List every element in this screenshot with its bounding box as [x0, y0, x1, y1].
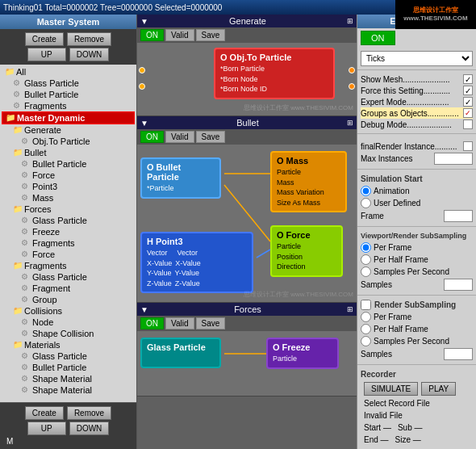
bullet-collapse-icon[interactable]: ▼ — [140, 119, 148, 128]
forces-on-button[interactable]: ON — [140, 317, 164, 329]
tree-item-bullet-particle-2[interactable]: ⚙ Bullet Particle — [2, 158, 135, 170]
up-button-bottom[interactable]: UP — [27, 422, 66, 435]
invalid-file-row: Invalid File — [361, 409, 473, 422]
samples-input-1[interactable]: 60 — [444, 279, 473, 291]
node-bullet-particle[interactable]: O Bullet Particle *Particle — [140, 157, 221, 199]
create-button-bottom[interactable]: Create — [25, 406, 64, 420]
bullet-toolbar: ON Valid Save — [137, 129, 357, 145]
ticks-select[interactable]: Ticks Frames Seconds — [361, 51, 473, 66]
forces-collapse-icon[interactable]: ▼ — [140, 305, 148, 314]
on-button-right[interactable]: ON — [361, 31, 395, 45]
tree-item-fragment[interactable]: ⚙ Fragment — [2, 283, 135, 294]
tree-item-shape-collision[interactable]: ⚙ Shape Collision — [2, 328, 135, 339]
tree-item-obj-to-particle[interactable]: ⚙ Obj.To Particle — [2, 136, 135, 147]
render-subsampling-check[interactable] — [361, 300, 371, 310]
anim-radio[interactable] — [361, 186, 371, 196]
per-half-frame-label-2: Per Half Frame — [374, 325, 428, 334]
tree-item-group[interactable]: ⚙ Group — [2, 294, 135, 305]
node-point3[interactable]: H Point3 VectorVector X-ValueX-Value Y-V… — [140, 232, 253, 293]
tree-item-glass-particle-2[interactable]: ⚙ Glass Particle — [2, 215, 135, 226]
user-defined-radio[interactable] — [361, 198, 371, 208]
tree-item-force-2[interactable]: ⚙ Force — [2, 249, 135, 260]
tree-item-bullet-particle-1[interactable]: ⚙ Bullet Particle — [2, 89, 135, 100]
play-button[interactable]: PLAY — [421, 382, 456, 396]
bullet-valid-button[interactable]: Valid — [165, 131, 194, 143]
gear-icon-gp2: ⚙ — [21, 216, 31, 225]
bullet-save-button[interactable]: Save — [196, 131, 226, 143]
tree-area[interactable]: 📁 All ⚙ Glass Particle ⚙ Bullet Particle… — [0, 65, 136, 402]
generate-valid-button[interactable]: Valid — [165, 29, 194, 41]
tree-item-bullet-particle-3[interactable]: ⚙ Bullet Particle — [2, 362, 135, 373]
samples-input-2[interactable]: 60 — [444, 348, 473, 360]
tree-item-generate[interactable]: 📁 Generate — [2, 124, 135, 136]
tree-item-glass-particle-4[interactable]: ⚙ Glass Particle — [2, 350, 135, 362]
tree-item-force-1[interactable]: ⚙ Force — [2, 170, 135, 181]
forces-valid-button[interactable]: Valid — [165, 317, 194, 329]
tree-item-fragments-1[interactable]: ⚙ Fragments — [2, 100, 135, 111]
generate-on-button[interactable]: ON — [140, 29, 164, 41]
samples-per-sec-radio-2[interactable] — [361, 336, 371, 346]
folder-icon-frc: 📁 — [13, 204, 23, 214]
generate-save-button[interactable]: Save — [196, 29, 226, 41]
node-obj-to-particle[interactable]: O Obj.To Particle *Born Particle*Born No… — [214, 48, 335, 99]
tree-item-shape-material-1[interactable]: ⚙ Shape Material — [2, 373, 135, 384]
create-button-top[interactable]: Create — [25, 32, 64, 46]
anim-radio-row: Animation — [361, 185, 473, 197]
samples-label-2: Samples — [361, 350, 444, 359]
simulate-button[interactable]: SIMULATE — [364, 382, 418, 396]
remove-button-top[interactable]: Remove — [67, 32, 111, 46]
tree-item-glass-particle-1[interactable]: ⚙ Glass Particle — [2, 78, 135, 89]
per-half-frame-row-2: Per Half Frame — [361, 323, 473, 335]
invalid-file-label: Invalid File — [364, 411, 403, 420]
down-button-top[interactable]: DOWN — [69, 48, 110, 61]
final-render-check[interactable] — [463, 141, 473, 151]
node-mass[interactable]: O Mass ParticleMassMass VariationSize As… — [270, 151, 347, 212]
tree-item-forces[interactable]: 📁 Forces — [2, 204, 135, 215]
tree-item-fragments-grp[interactable]: 📁 Fragments — [2, 260, 135, 271]
left-panel-header: Master System — [0, 15, 136, 29]
max-instances-input[interactable]: 10000 — [434, 153, 473, 165]
logo-line2: www.THESIVIM.COM — [403, 15, 467, 23]
samples-per-sec-row-1: Samples Per Second — [361, 266, 473, 278]
tree-item-glass-particle-3[interactable]: ⚙ Glass Particle — [2, 271, 135, 283]
tree-item-shape-material-2[interactable]: ⚙ Shape Material — [2, 384, 135, 396]
debug-mode-check[interactable] — [463, 120, 473, 129]
tree-item-point3[interactable]: ⚙ Point3 — [2, 181, 135, 192]
expert-mode-check[interactable]: ✓ — [463, 97, 473, 107]
per-frame-row-1: Per Frame — [361, 241, 473, 254]
frame-input[interactable]: 0 — [444, 210, 473, 222]
gear-icon-gp3: ⚙ — [21, 272, 31, 282]
recorder-section: Recorder SIMULATE PLAY Select Record Fil… — [357, 365, 476, 449]
bullet-on-button[interactable]: ON — [140, 131, 164, 143]
tree-item-materials[interactable]: 📁 Materials — [2, 339, 135, 350]
tree-item-fragments-2[interactable]: ⚙ Fragments — [2, 237, 135, 249]
tree-item-mass[interactable]: ⚙ Mass — [2, 192, 135, 204]
tree-item-freeze[interactable]: ⚙ Freeze — [2, 226, 135, 237]
up-button-top[interactable]: UP — [27, 48, 66, 61]
user-defined-radio-row: User Defined — [361, 197, 473, 209]
checkboxes-section: Show Mesh..................... ✓ Force t… — [357, 70, 476, 134]
forces-save-button[interactable]: Save — [196, 317, 226, 329]
remove-button-bottom[interactable]: Remove — [67, 406, 111, 420]
tree-item-collisions[interactable]: 📁 Collisions — [2, 305, 135, 317]
gear-icon-f1: ⚙ — [21, 170, 31, 180]
tree-item-node[interactable]: ⚙ Node — [2, 317, 135, 328]
size-label: Size — — [395, 435, 421, 444]
tree-item-bullet[interactable]: 📁 Bullet — [2, 147, 135, 158]
section-collapse-icon[interactable]: ▼ — [140, 17, 148, 26]
down-button-bottom[interactable]: DOWN — [69, 422, 110, 435]
force-setting-check[interactable]: ✓ — [463, 86, 473, 95]
per-half-frame-radio-1[interactable] — [361, 254, 371, 265]
tree-item-master-dynamic[interactable]: 📁 Master Dynamic — [2, 111, 135, 124]
samples-per-sec-label-2: Samples Per Second — [374, 337, 449, 346]
groups-as-objects-check[interactable]: ✓ — [463, 108, 473, 118]
per-half-frame-radio-2[interactable] — [361, 324, 371, 334]
node-force[interactable]: O Force ParticlePositionDirection — [270, 225, 343, 277]
node-freeze-forces[interactable]: O Freeze Particle — [266, 338, 339, 369]
tree-item-all[interactable]: 📁 All — [2, 66, 135, 78]
samples-per-sec-radio-1[interactable] — [361, 266, 371, 277]
per-frame-radio-1[interactable] — [361, 242, 371, 253]
show-mesh-check[interactable]: ✓ — [463, 74, 473, 84]
node-glass-particle-forces[interactable]: Glass Particle — [140, 338, 221, 368]
per-frame-radio-2[interactable] — [361, 312, 371, 322]
